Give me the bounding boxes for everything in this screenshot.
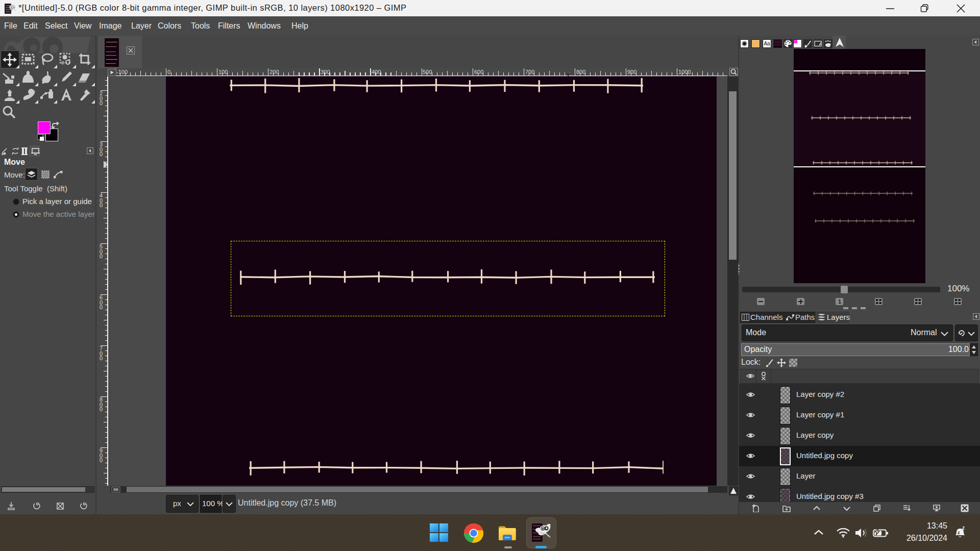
svg-text:z: z: [962, 525, 965, 531]
svg-text:z: z: [958, 530, 960, 535]
